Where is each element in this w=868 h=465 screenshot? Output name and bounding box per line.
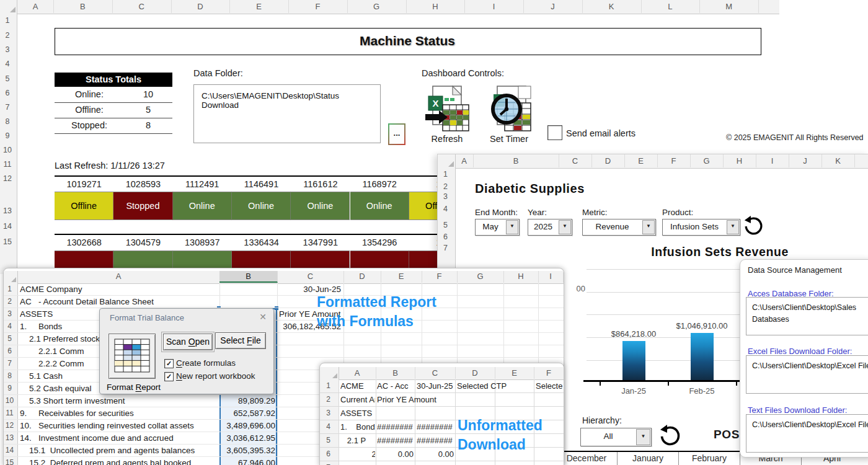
browse-folder-button[interactable]: ... — [388, 123, 405, 145]
column-header[interactable]: I — [756, 154, 789, 167]
hierarchy-refresh-button[interactable] — [659, 425, 681, 447]
grid-cell[interactable]: ACME Company — [20, 283, 218, 295]
grid-cell[interactable]: ######## — [417, 434, 454, 447]
bar[interactable] — [622, 341, 645, 380]
data-folder-box[interactable]: C:\Users\EMAGENIT\Desktop\Status Downloa… — [193, 84, 381, 143]
row-header[interactable]: 5 — [438, 219, 453, 231]
grid-cell[interactable]: 67,946.00 — [221, 457, 275, 465]
month-header-cell[interactable]: January — [617, 452, 678, 465]
select-all-corner[interactable] — [0, 0, 17, 14]
product-refresh-button[interactable] — [743, 216, 764, 236]
folder-path-box[interactable]: C:\Users\Client\Desktop\Excel File — [746, 414, 868, 453]
filter-combo[interactable]: Infusion Sets▼ — [662, 219, 740, 236]
machine-id-cell[interactable]: 1354296 — [350, 235, 409, 250]
column-header[interactable]: C — [277, 271, 344, 283]
machine-status-cell[interactable]: Online — [291, 192, 350, 220]
column-header[interactable]: I — [464, 0, 524, 13]
machine-id-cell[interactable]: 1112491 — [173, 177, 232, 192]
grid-cell[interactable]: 0.00 — [377, 448, 414, 461]
column-header[interactable]: J — [523, 0, 583, 13]
column-header[interactable]: D — [343, 271, 381, 283]
machine-id-cell[interactable]: 1308937 — [173, 235, 232, 250]
column-header[interactable]: G — [457, 271, 504, 283]
machine-id-cell[interactable]: 1347991 — [291, 235, 350, 250]
filter-combo[interactable]: 2025▼ — [528, 219, 572, 236]
grid-cell[interactable]: ######## — [377, 434, 414, 447]
column-header[interactable]: I — [538, 271, 564, 283]
grid-cell[interactable]: 9. Receivables for securities — [20, 407, 218, 419]
column-header[interactable]: C — [559, 154, 592, 167]
column-header[interactable]: G — [690, 154, 724, 167]
column-header[interactable]: E — [229, 0, 289, 13]
machine-status-cell[interactable]: Offline — [55, 192, 113, 220]
column-header[interactable]: C — [112, 0, 172, 13]
machine-id-cell[interactable]: 1 — [409, 177, 438, 192]
column-header[interactable]: D — [455, 367, 495, 379]
scan-open-button[interactable]: Scan Open — [163, 334, 213, 350]
diabetic-select-all-corner[interactable] — [438, 154, 456, 169]
row-header[interactable]: 2 — [0, 29, 15, 42]
grid-cell[interactable]: Prior YE Amount — [377, 393, 414, 406]
column-header[interactable]: E — [495, 367, 534, 379]
grid-cell[interactable]: 15.2 Deferred prem and agents bal booked — [20, 457, 218, 465]
grid-cell[interactable]: 2.1 P — [340, 434, 375, 447]
column-header[interactable]: K — [582, 0, 642, 13]
column-header[interactable]: A — [17, 0, 54, 13]
create-formulas-checkbox[interactable]: ✓ — [164, 359, 174, 368]
column-header[interactable]: L — [854, 154, 868, 167]
row-header[interactable]: 15 — [0, 236, 15, 248]
format-report-button[interactable] — [108, 334, 156, 379]
column-header[interactable]: F — [534, 367, 564, 379]
column-header[interactable]: B — [473, 154, 559, 167]
row-header[interactable]: 14 — [0, 220, 15, 232]
machine-id-cell[interactable]: 1146491 — [232, 177, 291, 192]
row-header[interactable]: 6 — [438, 231, 453, 243]
row-header[interactable]: 6 — [0, 87, 15, 99]
column-header[interactable]: J — [789, 154, 822, 167]
dropdown-arrow-button[interactable]: ▼ — [636, 429, 650, 445]
machine-id-cell[interactable]: 1028593 — [113, 177, 172, 192]
machine-id-cell[interactable]: 1161612 — [291, 177, 350, 192]
grid-cell[interactable]: 10. Securities lending reinvested collat… — [20, 420, 218, 432]
machine-id-cell[interactable]: 1304579 — [113, 235, 172, 250]
column-header[interactable]: F — [288, 0, 348, 13]
grid-cell[interactable]: 0.00 — [377, 461, 414, 465]
column-header[interactable]: A — [17, 271, 220, 283]
grid-cell[interactable]: 30-Jun-25 — [417, 379, 454, 392]
grid-cell[interactable]: 0.00 — [417, 448, 454, 461]
grid-cell[interactable]: 0.00 — [417, 461, 454, 465]
column-header[interactable]: B — [219, 271, 278, 283]
grid-cell[interactable]: 3,489,696.00 — [221, 420, 275, 432]
set-timer-button[interactable] — [486, 84, 532, 133]
email-alerts-checkbox[interactable] — [547, 125, 562, 140]
row-header[interactable]: 3 — [0, 43, 15, 56]
machine-id-cell[interactable]: 1336434 — [232, 235, 291, 250]
machine-status-cell[interactable]: Online — [173, 192, 232, 220]
grid-cell[interactable]: Current An — [340, 393, 375, 406]
column-header[interactable]: A — [455, 154, 474, 167]
column-header[interactable]: A — [339, 367, 376, 379]
download-select-all-corner[interactable] — [320, 367, 339, 380]
machine-status-cell[interactable]: Stopped — [113, 192, 172, 220]
column-header[interactable]: H — [723, 154, 756, 167]
dropdown-arrow-button[interactable]: ▼ — [642, 220, 655, 234]
row-header[interactable]: 7 — [438, 242, 453, 254]
grid-cell[interactable]: 2 — [340, 461, 375, 465]
month-header-cell[interactable]: December — [556, 452, 617, 465]
new-workbook-checkbox[interactable]: ✓ — [164, 372, 174, 381]
machine-status-cell[interactable]: Offline — [409, 192, 438, 220]
row-header[interactable]: 5 — [0, 73, 15, 85]
filter-combo[interactable]: May▼ — [475, 219, 520, 236]
hierarchy-combo[interactable]: All▼ — [580, 428, 652, 446]
row-header[interactable]: 11 — [0, 158, 15, 170]
grid-cell[interactable]: 2 — [340, 448, 375, 461]
bar[interactable] — [691, 333, 714, 380]
grid-cell[interactable]: 15.1 Uncollected prem and agents balance… — [20, 445, 218, 456]
acme-select-all-corner[interactable] — [4, 271, 18, 284]
row-header[interactable]: 10 — [0, 144, 15, 156]
row-header[interactable]: 4 — [0, 58, 15, 70]
machine-id-cell[interactable]: 1168972 — [350, 177, 409, 192]
column-header[interactable]: C — [415, 367, 456, 379]
column-header[interactable]: H — [406, 0, 466, 13]
column-header[interactable]: E — [381, 271, 422, 283]
